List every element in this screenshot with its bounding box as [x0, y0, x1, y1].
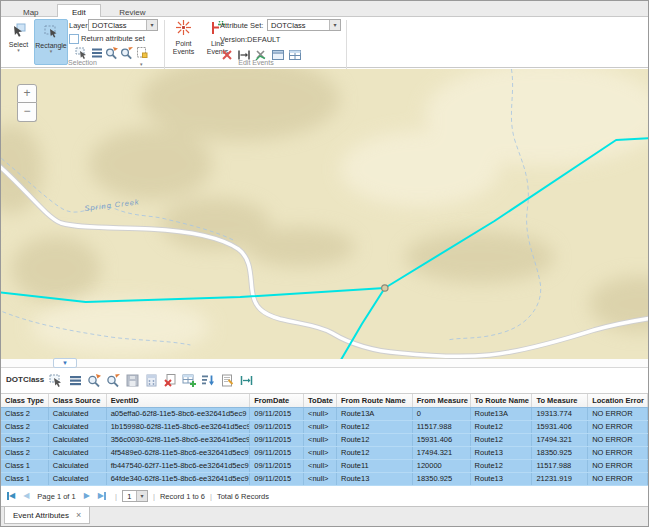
delete-record-icon[interactable] [163, 373, 178, 388]
save-edits-icon[interactable] [125, 373, 140, 388]
column-header[interactable]: To Measure [532, 394, 588, 407]
show-selected-records-icon[interactable] [90, 46, 104, 60]
table-cell: 19313.774 [532, 408, 588, 420]
table-cell: 17494.321 [532, 434, 588, 446]
add-record-icon[interactable] [182, 373, 197, 388]
table-cell: Class 1 [1, 473, 49, 485]
column-header[interactable]: From Route Name [337, 394, 413, 407]
total-records: Total 6 Records [217, 492, 269, 501]
pan-to-selection-icon[interactable] [120, 46, 134, 60]
collapse-caret-icon: ▼ [62, 360, 68, 366]
table-cell: 09/11/2015 [250, 473, 304, 485]
grid-pager: ◀ ◀ Page 1 of 1 ▶ ▶ | 1 ▾ | Record 1 to … [1, 486, 648, 506]
select-tool-icon[interactable] [49, 373, 64, 388]
column-header[interactable]: ToDate [304, 394, 337, 407]
column-header[interactable]: From Measure [413, 394, 471, 407]
table-cell: Calculated [49, 460, 107, 472]
attribute-set-dropdown-caret-icon[interactable]: ▾ [329, 20, 340, 30]
select-dropdown-caret-icon[interactable]: ▾ [4, 48, 33, 53]
table-cell: 4f5489e0-62f8-11e5-8bc6-ee32641d5ec9 [107, 447, 251, 459]
route-junction-vertex-marker[interactable] [382, 285, 388, 291]
table-cell: Route13A [337, 408, 413, 420]
select-features-icon[interactable] [75, 46, 89, 60]
table-cell: 18350.925 [532, 447, 588, 459]
ribbon-tab-bar: Map Edit Review [1, 1, 648, 17]
table-cell: <null> [304, 473, 337, 485]
table-cell: 64fde340-62f8-11e5-8bc6-ee32641d5ec9 [107, 473, 251, 485]
table-cell: fb447540-62f7-11e5-8bc6-ee32641d5ec9 [107, 460, 251, 472]
table-row[interactable]: Class 2Calculated356c0030-62f8-11e5-8bc6… [1, 434, 648, 447]
table-cell: Route13 [337, 473, 413, 485]
panel-title: DOTClass [6, 375, 44, 384]
table-row[interactable]: Class 2Calculateda05effa0-62f8-11e5-8bc6… [1, 408, 648, 421]
table-cell: 17494.321 [413, 447, 471, 459]
table-cell: Route13 [471, 473, 533, 485]
table-cell: 356c0030-62f8-11e5-8bc6-ee32641d5ec9 [107, 434, 251, 446]
panel-divider[interactable]: ▼ [1, 359, 648, 368]
table-cell: <null> [304, 447, 337, 459]
column-header[interactable]: Class Source [49, 394, 107, 407]
table-cell: <null> [304, 460, 337, 472]
table-cell: Route13A [471, 408, 533, 420]
point-events-icon [175, 19, 192, 36]
page-number-caret-icon[interactable]: ▾ [136, 491, 147, 501]
close-tab-icon[interactable]: × [76, 510, 81, 520]
sort-icon[interactable] [201, 373, 216, 388]
event-attributes-grid: Class TypeClass SourceEventIDFromDateToD… [1, 393, 648, 486]
table-cell: a05effa0-62f8-11e5-8bc6-ee32641d5ec9 [107, 408, 251, 420]
table-cell: Class 2 [1, 421, 49, 433]
column-header[interactable]: Location Error [588, 394, 648, 407]
zoom-to-selection-icon[interactable] [105, 46, 119, 60]
table-cell: Route12 [337, 447, 413, 459]
table-cell: Calculated [49, 447, 107, 459]
attribute-set-label: Attribute Set: [220, 21, 263, 30]
rectangle-dropdown-caret-icon[interactable]: ▾ [35, 49, 67, 54]
version-label: Version:DEFAULT [220, 35, 280, 44]
page-number-select[interactable]: 1 ▾ [122, 490, 148, 502]
table-cell: Calculated [49, 434, 107, 446]
collapse-panel-button[interactable]: ▼ [53, 358, 77, 368]
edit-events-group-label: Edit Events [166, 59, 346, 66]
ribbon: Select ▾ Rectangle ▾ Layer: DOTClass ▾ R… [1, 17, 648, 68]
group-separator [164, 20, 165, 76]
layer-dropdown-caret-icon[interactable]: ▾ [146, 20, 157, 30]
tab-event-attributes[interactable]: Event Attributes × [4, 507, 90, 524]
table-cell: Class 2 [1, 408, 49, 420]
page-number-value: 1 [123, 492, 136, 501]
table-row[interactable]: Class 2Calculated4f5489e0-62f8-11e5-8bc6… [1, 447, 648, 460]
column-header[interactable]: FromDate [250, 394, 304, 407]
attribute-set-dropdown[interactable]: DOTClass ▾ [267, 19, 341, 31]
table-cell: 1b159980-62f8-11e5-8bc6-ee32641d5ec9 [107, 421, 251, 433]
table-row[interactable]: Class 1Calculatedfb447540-62f7-11e5-8bc6… [1, 460, 648, 473]
zoom-out-button[interactable]: − [17, 103, 37, 122]
select-cursor-icon [11, 22, 27, 38]
pan-to-selected-icon[interactable] [106, 373, 121, 388]
table-cell: <null> [304, 408, 337, 420]
last-page-button[interactable]: ▶ [98, 492, 106, 500]
event-table-rows: Class 2Calculateda05effa0-62f8-11e5-8bc6… [1, 408, 648, 486]
table-cell: <null> [304, 434, 337, 446]
map-canvas[interactable]: Spring Creek + − [1, 69, 648, 359]
return-attribute-set-checkbox[interactable] [69, 34, 79, 44]
table-cell: 09/11/2015 [250, 421, 304, 433]
notes-icon[interactable] [220, 373, 235, 388]
layer-dropdown[interactable]: DOTClass ▾ [88, 19, 158, 31]
table-row[interactable]: Class 2Calculated1b159980-62f8-11e5-8bc6… [1, 421, 648, 434]
pager-separator: | [115, 492, 117, 501]
zoom-in-button[interactable]: + [17, 84, 37, 103]
event-table-header: Class TypeClass SourceEventIDFromDateToD… [1, 394, 648, 408]
table-cell: NO ERROR [588, 421, 648, 433]
zoom-to-selected-icon[interactable] [87, 373, 102, 388]
previous-page-button[interactable]: ◀ [23, 492, 29, 500]
first-page-button[interactable]: ◀ [7, 492, 15, 500]
next-page-button[interactable]: ▶ [84, 492, 90, 500]
column-header[interactable]: Class Type [1, 394, 49, 407]
show-selected-records-icon[interactable] [68, 373, 83, 388]
column-header[interactable]: To Route Name [471, 394, 533, 407]
column-header[interactable]: EventID [107, 394, 251, 407]
clear-selection-icon[interactable] [135, 46, 149, 60]
offset-icon[interactable] [239, 373, 254, 388]
calculate-icon[interactable] [144, 373, 159, 388]
table-cell: Route12 [337, 421, 413, 433]
table-row[interactable]: Class 1Calculated64fde340-62f8-11e5-8bc6… [1, 473, 648, 486]
